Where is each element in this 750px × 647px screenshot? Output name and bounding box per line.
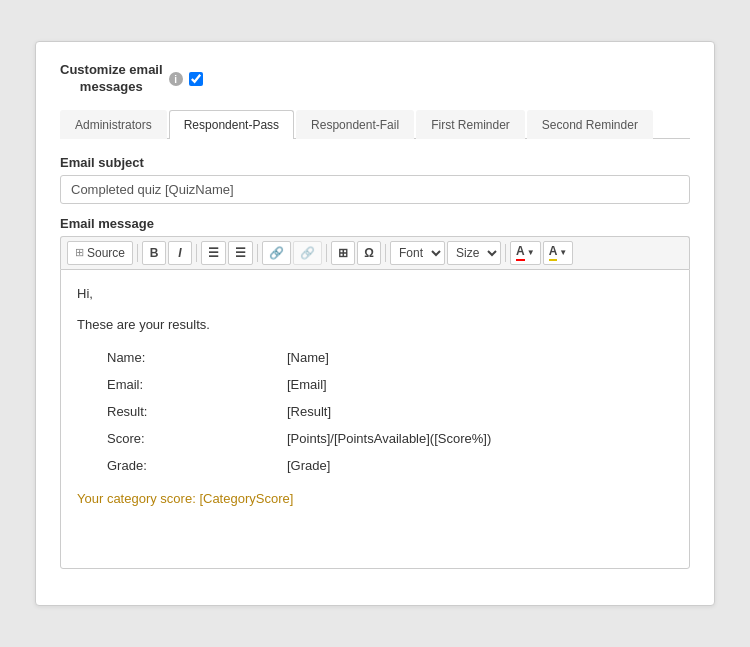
unordered-list-button[interactable]: ☰ xyxy=(228,241,253,265)
editor-content: Hi, These are your results. Name: [Name]… xyxy=(77,284,673,510)
tab-respondent-fail[interactable]: Respondent-Fail xyxy=(296,110,414,139)
bg-color-dropdown-icon: ▼ xyxy=(559,248,567,257)
bold-button[interactable]: B xyxy=(142,241,166,265)
italic-button[interactable]: I xyxy=(168,241,192,265)
ordered-list-button[interactable]: ☰ xyxy=(201,241,226,265)
link-button[interactable]: 🔗 xyxy=(262,241,291,265)
bg-color-button[interactable]: A ▼ xyxy=(543,241,574,265)
toolbar-divider-4 xyxy=(326,244,327,262)
editor-table: Name: [Name] Email: [Email] Result: [Res… xyxy=(107,345,491,479)
table-button[interactable]: ⊞ xyxy=(331,241,355,265)
editor-toolbar: ⊞ Source B I ☰ ☰ 🔗 🔗 ⊞ Ω Font Size xyxy=(60,236,690,269)
message-group: Email message ⊞ Source B I ☰ ☰ 🔗 🔗 ⊞ Ω F… xyxy=(60,216,690,569)
tab-first-reminder[interactable]: First Reminder xyxy=(416,110,525,139)
info-icon[interactable]: i xyxy=(169,72,183,86)
table-row: Result: [Result] xyxy=(107,399,491,426)
field-name-value: [Name] xyxy=(287,345,491,372)
font-select[interactable]: Font xyxy=(390,241,445,265)
field-name-label: Name: xyxy=(107,345,287,372)
source-label: Source xyxy=(87,246,125,260)
font-color-button[interactable]: A ▼ xyxy=(510,241,541,265)
field-grade-label: Grade: xyxy=(107,453,287,480)
table-row: Name: [Name] xyxy=(107,345,491,372)
message-label: Email message xyxy=(60,216,690,231)
customize-email-checkbox[interactable] xyxy=(189,72,203,86)
card-header: Customize email messages i xyxy=(60,62,690,96)
field-score-label: Score: xyxy=(107,426,287,453)
bg-color-a-icon: A xyxy=(549,244,558,261)
field-result-value: [Result] xyxy=(287,399,491,426)
greeting-text: Hi, xyxy=(77,284,673,305)
table-row: Grade: [Grade] xyxy=(107,453,491,480)
source-icon: ⊞ xyxy=(75,246,84,259)
field-result-label: Result: xyxy=(107,399,287,426)
table-row: Score: [Points]/[PointsAvailable]([Score… xyxy=(107,426,491,453)
field-score-value: [Points]/[PointsAvailable]([Score%]) xyxy=(287,426,491,453)
font-color-a-icon: A xyxy=(516,244,525,261)
category-row: Your category score: [CategoryScore] xyxy=(77,489,673,510)
unlink-button[interactable]: 🔗 xyxy=(293,241,322,265)
size-select[interactable]: Size xyxy=(447,241,501,265)
field-email-value: [Email] xyxy=(287,372,491,399)
subject-input[interactable] xyxy=(60,175,690,204)
category-value: [CategoryScore] xyxy=(199,491,293,506)
omega-button[interactable]: Ω xyxy=(357,241,381,265)
toolbar-divider-2 xyxy=(196,244,197,262)
editor-body[interactable]: Hi, These are your results. Name: [Name]… xyxy=(60,269,690,569)
toolbar-divider-3 xyxy=(257,244,258,262)
subject-label: Email subject xyxy=(60,155,690,170)
tab-administrators[interactable]: Administrators xyxy=(60,110,167,139)
toolbar-divider-6 xyxy=(505,244,506,262)
font-color-dropdown-icon: ▼ xyxy=(527,248,535,257)
field-email-label: Email: xyxy=(107,372,287,399)
source-button[interactable]: ⊞ Source xyxy=(67,241,133,265)
card-header-label: Customize email messages xyxy=(60,62,163,96)
toolbar-divider-1 xyxy=(137,244,138,262)
tab-respondent-pass[interactable]: Respondent-Pass xyxy=(169,110,294,139)
intro-text: These are your results. xyxy=(77,315,673,336)
customize-email-card: Customize email messages i Administrator… xyxy=(35,41,715,606)
category-label: Your category score: xyxy=(77,491,196,506)
field-grade-value: [Grade] xyxy=(287,453,491,480)
toolbar-divider-5 xyxy=(385,244,386,262)
tab-second-reminder[interactable]: Second Reminder xyxy=(527,110,653,139)
tabs-container: Administrators Respondent-Pass Responden… xyxy=(60,110,690,139)
subject-group: Email subject xyxy=(60,155,690,204)
table-row: Email: [Email] xyxy=(107,372,491,399)
